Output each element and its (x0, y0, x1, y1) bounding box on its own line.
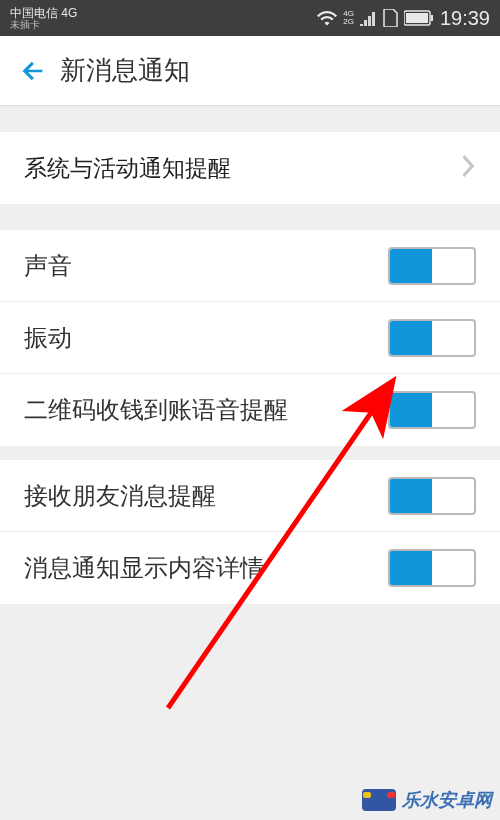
sim-icon (382, 9, 398, 27)
chevron-right-icon (462, 155, 476, 181)
status-carrier: 中国电信 4G 未插卡 (10, 7, 77, 30)
row-show-detail: 消息通知显示内容详情 (0, 532, 500, 604)
row-label: 二维码收钱到账语音提醒 (24, 394, 288, 426)
net-2g: 2G (343, 18, 354, 26)
row-friend-msg: 接收朋友消息提醒 (0, 460, 500, 532)
toggle-sound[interactable] (388, 247, 476, 285)
back-button[interactable] (8, 36, 58, 105)
signal-icon (360, 10, 376, 26)
network-type: 4G 2G (343, 10, 354, 26)
svg-rect-1 (431, 15, 433, 21)
arrow-left-icon (19, 57, 47, 85)
carrier-label: 中国电信 4G (10, 7, 77, 19)
toggle-qr-voice[interactable] (388, 391, 476, 429)
section-gap (0, 106, 500, 132)
wifi-icon (317, 10, 337, 26)
gamepad-icon (362, 789, 396, 811)
battery-icon (404, 10, 434, 26)
row-vibrate: 振动 (0, 302, 500, 374)
row-label: 消息通知显示内容详情 (24, 552, 264, 584)
toggle-friend-msg[interactable] (388, 477, 476, 515)
section-gap (0, 204, 500, 230)
watermark-text: 乐水安卓网 (402, 788, 492, 812)
watermark: 乐水安卓网 (362, 788, 492, 812)
status-bar: 中国电信 4G 未插卡 4G 2G 19:39 (0, 0, 500, 36)
toggle-show-detail[interactable] (388, 549, 476, 587)
status-right: 4G 2G 19:39 (317, 7, 490, 30)
sim-note: 未插卡 (10, 20, 77, 30)
row-sound: 声音 (0, 230, 500, 302)
row-qr-voice: 二维码收钱到账语音提醒 (0, 374, 500, 446)
toggle-vibrate[interactable] (388, 319, 476, 357)
row-system-notice[interactable]: 系统与活动通知提醒 (0, 132, 500, 204)
row-label: 接收朋友消息提醒 (24, 480, 216, 512)
svg-rect-2 (406, 13, 428, 23)
row-label: 振动 (24, 322, 72, 354)
section-gap (0, 446, 500, 460)
row-label: 声音 (24, 250, 72, 282)
clock: 19:39 (440, 7, 490, 30)
page-title: 新消息通知 (60, 53, 190, 88)
title-bar: 新消息通知 (0, 36, 500, 106)
row-label: 系统与活动通知提醒 (24, 153, 231, 184)
